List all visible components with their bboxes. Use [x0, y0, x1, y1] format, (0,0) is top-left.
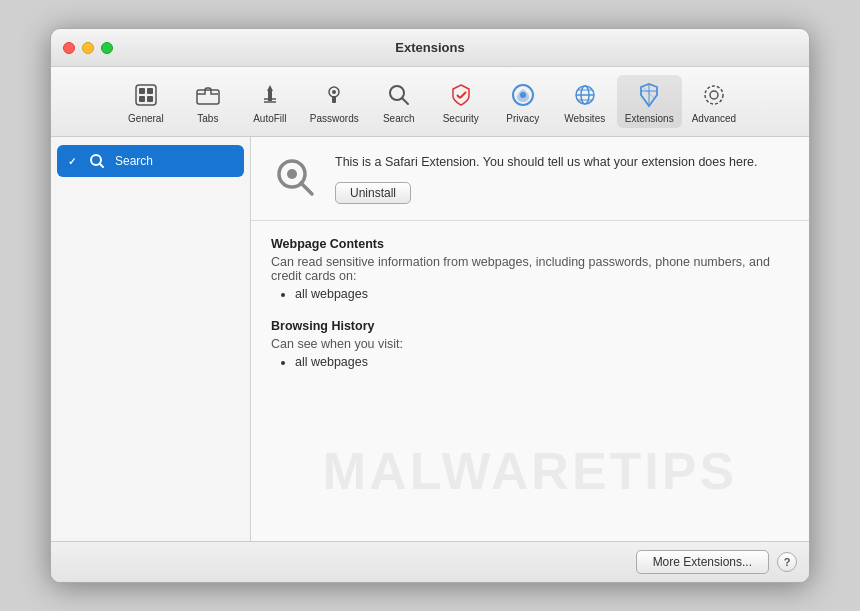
toolbar-websites[interactable]: Websites [555, 75, 615, 128]
minimize-button[interactable] [82, 42, 94, 54]
toolbar-search[interactable]: Search [369, 75, 429, 128]
svg-rect-3 [139, 96, 145, 102]
extension-large-icon [271, 153, 319, 201]
browsing-history-title: Browsing History [271, 319, 789, 333]
toolbar-privacy[interactable]: Privacy [493, 75, 553, 128]
privacy-icon [507, 79, 539, 111]
svg-rect-5 [197, 90, 219, 104]
svg-point-23 [710, 91, 718, 99]
privacy-label: Privacy [506, 113, 539, 124]
general-icon [130, 79, 162, 111]
extension-info: This is a Safari Extension. You should t… [335, 153, 789, 204]
autofill-icon [254, 79, 286, 111]
svg-rect-0 [136, 85, 156, 105]
toolbar-advanced[interactable]: Advanced [684, 75, 744, 128]
uninstall-button[interactable]: Uninstall [335, 182, 411, 204]
webpage-contents-item: all webpages [295, 287, 789, 301]
toolbar-general[interactable]: General [116, 75, 176, 128]
toolbar-tabs[interactable]: Tabs [178, 75, 238, 128]
toolbar-security[interactable]: Security [431, 75, 491, 128]
browsing-history-desc: Can see when you visit: [271, 337, 789, 351]
safari-preferences-window: Extensions General [50, 28, 810, 583]
titlebar: Extensions [51, 29, 809, 67]
extensions-sidebar: Search [51, 137, 251, 541]
webpage-contents-list: all webpages [271, 287, 789, 301]
svg-rect-4 [147, 96, 153, 102]
extension-enabled-checkbox[interactable] [65, 154, 79, 168]
window-controls [63, 42, 113, 54]
security-label: Security [443, 113, 479, 124]
svg-line-13 [402, 98, 408, 104]
more-extensions-button[interactable]: More Extensions... [636, 550, 769, 574]
extension-detail-panel: MALWARETIPS This is a Safari Extension. … [251, 137, 809, 541]
toolbar-autofill[interactable]: AutoFill [240, 75, 300, 128]
websites-label: Websites [564, 113, 605, 124]
window-title: Extensions [395, 40, 464, 55]
webpage-contents-title: Webpage Contents [271, 237, 789, 251]
svg-line-15 [460, 92, 466, 98]
help-button[interactable]: ? [777, 552, 797, 572]
extension-search-icon [87, 151, 107, 171]
browsing-history-item: all webpages [295, 355, 789, 369]
tabs-icon [192, 79, 224, 111]
toolbar-extensions[interactable]: Extensions [617, 75, 682, 128]
security-icon [445, 79, 477, 111]
svg-rect-1 [139, 88, 145, 94]
footer: More Extensions... ? [51, 541, 809, 582]
search-toolbar-icon [383, 79, 415, 111]
svg-rect-2 [147, 88, 153, 94]
main-content: Search MALWARETIPS This is a Safari Exte… [51, 137, 809, 541]
toolbar-passwords[interactable]: Passwords [302, 75, 367, 128]
svg-line-14 [457, 95, 460, 98]
advanced-icon [698, 79, 730, 111]
svg-line-26 [100, 164, 103, 167]
webpage-contents-desc: Can read sensitive information from webp… [271, 255, 789, 283]
svg-point-17 [520, 92, 526, 98]
tabs-label: Tabs [197, 113, 218, 124]
extension-description: This is a Safari Extension. You should t… [335, 153, 789, 172]
search-label: Search [383, 113, 415, 124]
sidebar-item-search-ext[interactable]: Search [57, 145, 244, 177]
svg-point-24 [705, 86, 723, 104]
general-label: General [128, 113, 164, 124]
extensions-icon [633, 79, 665, 111]
toolbar: General Tabs AutoFill [51, 67, 809, 137]
webpage-contents-section: Webpage Contents Can read sensitive info… [271, 237, 789, 301]
extension-name: Search [115, 154, 153, 168]
advanced-label: Advanced [692, 113, 736, 124]
passwords-label: Passwords [310, 113, 359, 124]
extension-header: This is a Safari Extension. You should t… [251, 137, 809, 221]
svg-rect-11 [332, 96, 336, 103]
svg-line-29 [301, 183, 312, 194]
maximize-button[interactable] [101, 42, 113, 54]
browsing-history-list: all webpages [271, 355, 789, 369]
svg-point-10 [332, 90, 336, 94]
close-button[interactable] [63, 42, 75, 54]
browsing-history-section: Browsing History Can see when you visit:… [271, 319, 789, 369]
passwords-icon [318, 79, 350, 111]
svg-point-28 [287, 169, 297, 179]
websites-icon [569, 79, 601, 111]
autofill-label: AutoFill [253, 113, 286, 124]
extension-permissions: Webpage Contents Can read sensitive info… [251, 221, 809, 541]
extensions-label: Extensions [625, 113, 674, 124]
